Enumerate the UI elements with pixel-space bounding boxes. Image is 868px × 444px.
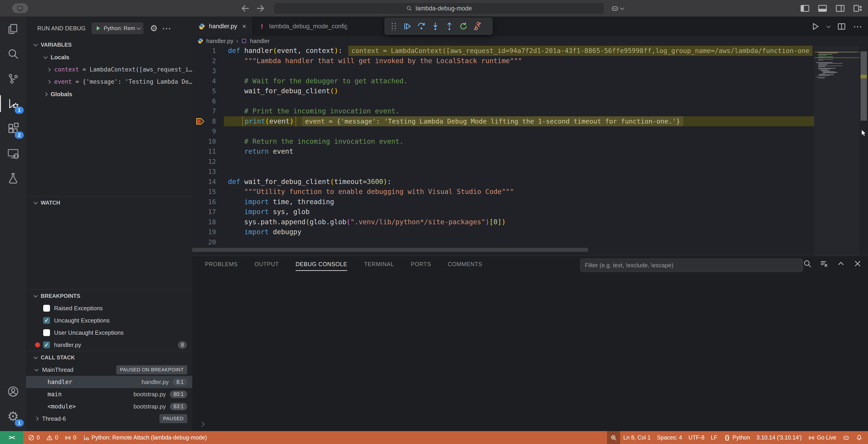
- code-line-14[interactable]: 14def wait_for_debug_client(timeout=3600…: [192, 177, 814, 187]
- breakpoint-item[interactable]: handler.py8: [26, 339, 192, 351]
- variable-context[interactable]: context = LambdaContext([aws_request_i…: [26, 63, 192, 76]
- code-line-17[interactable]: 17import sys, glob: [192, 207, 814, 217]
- editor-more-actions-button[interactable]: ⋯: [853, 21, 862, 32]
- split-editor-button[interactable]: [837, 22, 846, 31]
- line-number[interactable]: 18: [192, 217, 228, 227]
- toggle-panel-button[interactable]: [817, 3, 828, 13]
- line-number[interactable]: 3: [192, 66, 228, 76]
- status-notifications[interactable]: [852, 431, 866, 444]
- navigate-back-button[interactable]: [240, 3, 251, 13]
- line-number[interactable]: 12: [192, 157, 228, 167]
- line-number[interactable]: 7: [192, 106, 228, 116]
- code-line-16[interactable]: 16import time, threading: [192, 197, 814, 207]
- code-line-20[interactable]: 20: [192, 237, 814, 247]
- breadcrumb-symbol[interactable]: handler: [250, 37, 270, 45]
- code-line-6[interactable]: 6: [192, 96, 814, 106]
- remote-indicator[interactable]: ><: [0, 431, 23, 444]
- variable-event[interactable]: event = {'message': 'Testing Lambda De…: [26, 76, 192, 88]
- maximize-panel-icon[interactable]: [836, 259, 845, 268]
- stack-frame-handler[interactable]: handlerhandler.py8:1: [26, 376, 192, 388]
- copilot-menu-button[interactable]: [611, 4, 623, 13]
- status-copilot[interactable]: [839, 431, 852, 444]
- scope-locals[interactable]: Locals: [26, 51, 192, 63]
- breakpoint-checkbox[interactable]: [43, 329, 50, 336]
- debug-disconnect-button[interactable]: [471, 20, 483, 32]
- code-line-10[interactable]: 10# Return the incoming invocation event…: [192, 137, 814, 147]
- breakpoint-checkbox[interactable]: [43, 342, 50, 348]
- run-options-chevron-icon[interactable]: [827, 24, 831, 28]
- breakpoint-item[interactable]: Raised Exceptions: [26, 302, 192, 314]
- command-center-search[interactable]: lambda-debug-mode: [274, 2, 604, 14]
- customize-layout-button[interactable]: [852, 3, 864, 13]
- line-number[interactable]: 14: [192, 177, 228, 187]
- activity-item-accounts[interactable]: [0, 379, 26, 404]
- code-line-7[interactable]: 7# Print the incoming invocation event.: [192, 106, 814, 116]
- status-screencast-zoom[interactable]: [607, 431, 620, 444]
- status-errors[interactable]: 0: [25, 431, 43, 444]
- vertical-scrollbar[interactable]: [859, 46, 868, 256]
- section-header-watch[interactable]: WATCH: [26, 197, 192, 209]
- window-control-pill[interactable]: [12, 3, 28, 13]
- debug-restart-button[interactable]: [458, 20, 469, 32]
- code-line-19[interactable]: 19import debugpy: [192, 227, 814, 237]
- code-editor[interactable]: 1def handler(event, context):context = L…: [192, 46, 814, 247]
- panel-tab-comments[interactable]: COMMENTS: [448, 256, 482, 272]
- line-number[interactable]: 15: [192, 187, 228, 197]
- line-number[interactable]: 9: [192, 126, 228, 137]
- line-number[interactable]: 19: [192, 227, 228, 237]
- activity-item-remote-explorer[interactable]: [0, 141, 26, 166]
- line-number[interactable]: 1: [192, 46, 228, 56]
- scope-globals[interactable]: Globals: [26, 88, 192, 100]
- navigate-forward-button[interactable]: [255, 3, 266, 13]
- editor-tab-handler.py[interactable]: handler.py×: [192, 17, 252, 36]
- line-number[interactable]: 5: [192, 86, 228, 96]
- status-cursor-position[interactable]: Ln 8, Col 1: [620, 431, 654, 444]
- status-warnings[interactable]: 0: [43, 431, 61, 444]
- debug-console-filter[interactable]: [580, 259, 803, 272]
- debug-step-over-button[interactable]: [415, 20, 427, 32]
- debug-continue-button[interactable]: [401, 20, 413, 32]
- debug-step-into-button[interactable]: [430, 20, 441, 32]
- section-header-call-stack[interactable]: CALL STACK: [26, 351, 192, 364]
- launch-configuration-dropdown[interactable]: Python: Rem: [92, 22, 144, 34]
- stack-frame-main[interactable]: mainbootstrap.py60:1: [26, 388, 192, 400]
- minimap[interactable]: [814, 46, 859, 256]
- line-number[interactable]: 20: [192, 237, 228, 247]
- panel-tab-ports[interactable]: PORTS: [411, 256, 431, 272]
- panel-tab-problems[interactable]: PROBLEMS: [205, 256, 238, 272]
- activity-item-manage[interactable]: ⚙1: [0, 404, 26, 429]
- code-line-12[interactable]: 12: [192, 157, 814, 167]
- breakpoint-item[interactable]: User Uncaught Exceptions: [26, 327, 192, 339]
- breadcrumb-file[interactable]: handler.py: [206, 37, 234, 45]
- close-panel-icon[interactable]: [853, 259, 862, 268]
- filter-icon[interactable]: [803, 259, 812, 268]
- status-indentation[interactable]: Spaces: 4: [654, 431, 685, 444]
- code-line-13[interactable]: 13: [192, 167, 814, 177]
- editor-tab-lambda_debug_mode_config.ya[interactable]: !lambda_debug_mode_config.ya: [252, 17, 347, 36]
- code-line-4[interactable]: 4# Wait for the debugger to get attached…: [192, 76, 814, 86]
- debug-step-out-button[interactable]: [443, 20, 455, 32]
- debug-drag-handle-button[interactable]: [388, 20, 399, 32]
- code-line-9[interactable]: 9: [192, 126, 814, 137]
- line-number[interactable]: 6: [192, 96, 228, 106]
- line-number[interactable]: 2: [192, 56, 228, 66]
- breakpoint-checkbox[interactable]: [43, 317, 50, 324]
- line-number[interactable]: 10: [192, 137, 228, 147]
- activity-item-testing[interactable]: [0, 166, 26, 191]
- stack-frame-<module>[interactable]: <module>bootstrap.py63:1: [26, 400, 192, 413]
- code-line-5[interactable]: 5wait_for_debug_client(): [192, 86, 814, 96]
- code-line-3[interactable]: 3: [192, 66, 814, 76]
- code-line-11[interactable]: 11return event: [192, 146, 814, 157]
- breadcrumb[interactable]: handler.py › handler: [192, 36, 814, 46]
- panel-tab-output[interactable]: OUTPUT: [254, 256, 279, 272]
- code-line-15[interactable]: 15"""Utility function to enable debuggin…: [192, 187, 814, 197]
- code-line-18[interactable]: 18sys.path.append(glob.glob(".venv/lib/p…: [192, 217, 814, 227]
- debug-console-prompt[interactable]: [200, 422, 204, 427]
- toggle-primary-sidebar-button[interactable]: [799, 3, 811, 13]
- code-line-8[interactable]: 8print(event)event = {'message': 'Testin…: [192, 116, 814, 126]
- horizontal-scrollbar[interactable]: [192, 248, 814, 252]
- status-python-interpreter[interactable]: 3.10.14 ('3.10.14'): [753, 431, 805, 444]
- activity-item-explorer[interactable]: [0, 17, 26, 41]
- breakpoint-checkbox[interactable]: [43, 305, 50, 312]
- line-number[interactable]: 13: [192, 167, 228, 177]
